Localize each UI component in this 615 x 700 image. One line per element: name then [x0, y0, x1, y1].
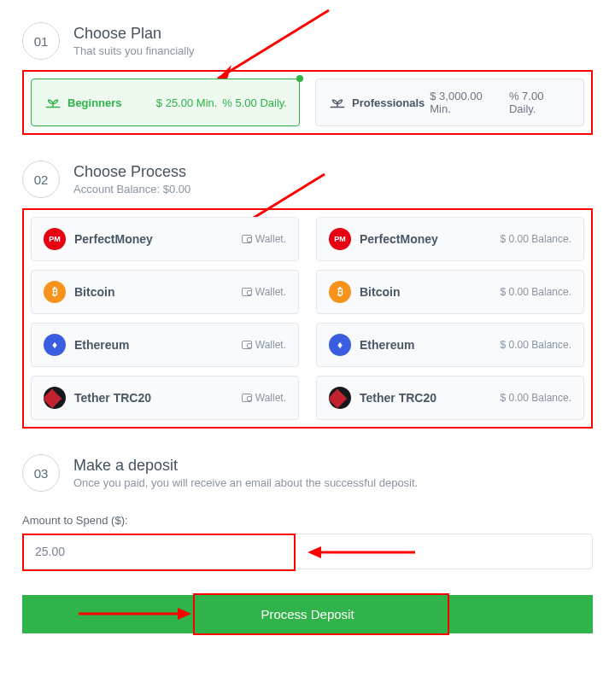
wallet-icon	[242, 235, 252, 243]
processor-card-ethereum-wallet[interactable]: ♦ Ethereum Wallet.	[31, 323, 299, 367]
processor-card-perfectmoney-balance[interactable]: PM PerfectMoney $ 0.00 Balance.	[316, 217, 584, 261]
step-1-header: 01 Choose Plan That suits you financiall…	[22, 22, 593, 60]
processor-name: Tether TRC20	[74, 391, 233, 405]
process-deposit-button[interactable]: Process Deposit	[22, 595, 593, 633]
wallet-icon	[242, 288, 252, 296]
processor-name: Tether TRC20	[360, 391, 492, 405]
perfectmoney-icon: PM	[329, 228, 351, 250]
processor-name: Bitcoin	[360, 285, 492, 299]
perfectmoney-icon: PM	[44, 228, 66, 250]
wallet-icon	[242, 341, 252, 349]
plant-icon	[328, 93, 347, 112]
plan-name: Beginners	[67, 96, 151, 109]
wallet-icon	[242, 394, 252, 402]
processor-name: Ethereum	[360, 338, 492, 352]
processor-tag: Wallet.	[242, 392, 286, 404]
amount-input[interactable]	[22, 534, 593, 569]
processor-tag: Wallet.	[242, 286, 286, 298]
processor-balance: $ 0.00 Balance.	[501, 233, 571, 245]
processor-balance: $ 0.00 Balance.	[501, 392, 571, 404]
submit-row: Process Deposit	[22, 595, 593, 633]
step-1-title: Choose Plan	[73, 25, 195, 44]
tether-icon	[44, 387, 66, 409]
processor-name: Bitcoin	[74, 285, 233, 299]
bitcoin-icon: ₿	[329, 281, 351, 303]
amount-group	[22, 534, 593, 569]
step-3-subtitle: Once you paid, you will receive an email…	[73, 476, 418, 489]
step-number-3: 03	[22, 454, 60, 492]
processor-name: PerfectMoney	[360, 232, 492, 246]
step-2-subtitle: Account Balance: $0.00	[73, 183, 190, 195]
processor-balance: $ 0.00 Balance.	[501, 286, 571, 298]
plan-card-beginners[interactable]: Beginners $ 25.00 Min. % 5.00 Daily.	[31, 79, 300, 126]
processor-card-bitcoin-balance[interactable]: ₿ Bitcoin $ 0.00 Balance.	[316, 270, 584, 314]
step-2-title: Choose Process	[73, 163, 190, 182]
plan-card-professionals[interactable]: Professionals $ 3,000.00 Min. % 7.00 Dai…	[315, 79, 584, 126]
plan-min: $ 25.00 Min.	[156, 96, 218, 109]
step-number-1: 01	[22, 22, 60, 60]
processor-tag: Wallet.	[242, 233, 286, 245]
processor-name: Ethereum	[74, 338, 233, 352]
step-2-header: 02 Choose Process Account Balance: $0.00	[22, 160, 593, 198]
plan-name: Professionals	[352, 96, 425, 109]
plans-container: Beginners $ 25.00 Min. % 5.00 Daily. Pro…	[22, 70, 593, 135]
bitcoin-icon: ₿	[44, 281, 66, 303]
step-3-header: 03 Make a deposit Once you paid, you wil…	[22, 454, 593, 492]
ethereum-icon: ♦	[44, 334, 66, 356]
ethereum-icon: ♦	[329, 334, 351, 356]
step-1-subtitle: That suits you financially	[73, 44, 195, 57]
plan-daily: % 7.00 Daily.	[509, 90, 571, 115]
processor-name: PerfectMoney	[74, 232, 233, 246]
processors-container: PM PerfectMoney Wallet. PM PerfectMoney …	[22, 208, 593, 429]
plan-daily: % 5.00 Daily.	[222, 96, 287, 109]
processor-card-ethereum-balance[interactable]: ♦ Ethereum $ 0.00 Balance.	[316, 323, 584, 367]
step-number-2: 02	[22, 160, 60, 198]
tether-icon	[329, 387, 351, 409]
processor-card-bitcoin-wallet[interactable]: ₿ Bitcoin Wallet.	[31, 270, 299, 314]
processor-balance: $ 0.00 Balance.	[501, 339, 571, 351]
processor-card-tether-wallet[interactable]: Tether TRC20 Wallet.	[31, 376, 299, 420]
processor-card-tether-balance[interactable]: Tether TRC20 $ 0.00 Balance.	[316, 376, 584, 420]
processor-tag: Wallet.	[242, 339, 286, 351]
step-3-title: Make a deposit	[73, 457, 418, 475]
processor-card-perfectmoney-wallet[interactable]: PM PerfectMoney Wallet.	[31, 217, 299, 261]
plant-icon	[44, 93, 62, 112]
plan-min: $ 3,000.00 Min.	[430, 90, 504, 115]
amount-label: Amount to Spend ($):	[22, 514, 593, 527]
